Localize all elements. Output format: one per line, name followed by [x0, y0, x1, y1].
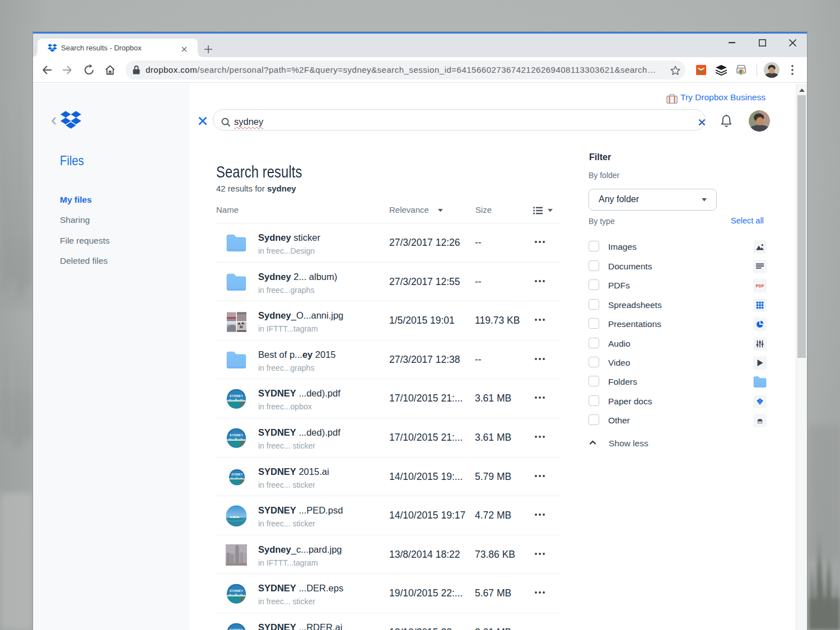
svg-text:PDF: PDF: [756, 283, 764, 288]
